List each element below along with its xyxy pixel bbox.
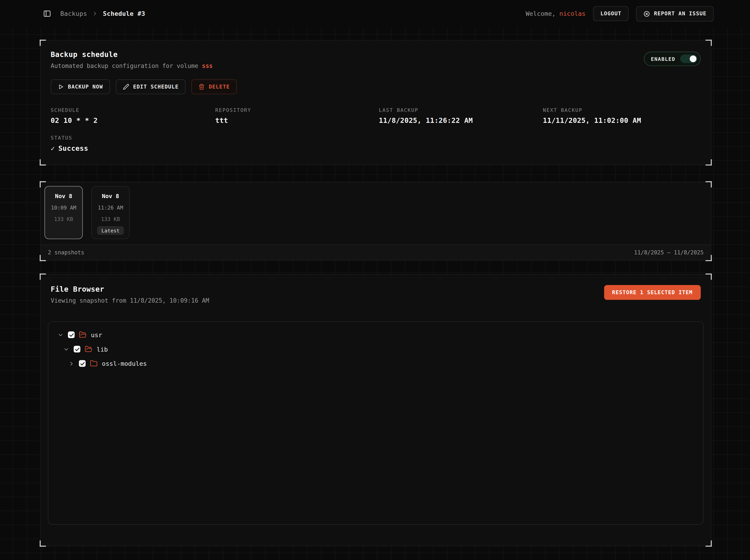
toggle-switch-on[interactable] (680, 55, 697, 63)
snapshot-tile-selected[interactable]: Nov 8 10:09 AM 133 KB (44, 186, 83, 239)
field-repository: REPOSITORY ttt (215, 107, 379, 124)
corner-bracket (706, 40, 712, 46)
snapshot-size: 133 KB (101, 216, 120, 222)
snapshot-date: Nov 8 (55, 193, 72, 199)
welcome-prefix: Welcome, (526, 10, 556, 17)
tree-item-label: ossl-modules (102, 360, 147, 367)
field-value: 11/8/2025, 11:26:22 AM (379, 117, 543, 124)
tree-row-ossl-modules[interactable]: ossl-modules (53, 356, 698, 371)
play-icon (58, 84, 64, 90)
snapshot-tile[interactable]: Nov 8 11:26 AM 133 KB Latest (91, 186, 130, 239)
latest-badge: Latest (97, 226, 124, 235)
report-issue-icon (644, 10, 650, 17)
panel-left-icon (43, 9, 51, 18)
field-schedule: SCHEDULE 02 10 * * 2 (51, 107, 215, 124)
schedule-actions: BACKUP NOW EDIT SCHEDULE DELETE (51, 79, 701, 94)
file-tree: usr lib (48, 321, 704, 525)
schedule-fields: SCHEDULE 02 10 * * 2 REPOSITORY ttt LAST… (51, 107, 701, 124)
logout-label: LOGOUT (600, 11, 621, 17)
tree-item-label: usr (91, 331, 102, 338)
checkbox-checked[interactable] (79, 360, 85, 367)
folder-open-icon (85, 345, 92, 353)
corner-bracket (40, 274, 46, 280)
corner-bracket (706, 540, 712, 546)
file-browser-title: File Browser (51, 285, 209, 294)
delete-button[interactable]: DELETE (192, 79, 237, 94)
snapshot-date-range: 11/8/2025 – 11/8/2025 (634, 249, 704, 256)
report-issue-button[interactable]: REPORT AN ISSUE (636, 6, 714, 21)
schedule-card-subtitle: Automated backup configuration for volum… (51, 62, 213, 69)
chevron-right-icon (92, 11, 98, 17)
logout-button[interactable]: LOGOUT (593, 6, 629, 21)
page: Backups Schedule #3 Welcome, nicolas LOG… (0, 0, 750, 560)
success-check-icon: ✓ (51, 144, 55, 152)
snapshot-count: 2 snapshots (48, 249, 84, 256)
field-value: 11/11/2025, 11:02:00 AM (543, 117, 701, 124)
field-label: STATUS (51, 135, 701, 141)
checkbox-checked[interactable] (74, 346, 80, 353)
backup-schedule-card: Backup schedule Automated backup configu… (40, 40, 711, 165)
backup-now-button[interactable]: BACKUP NOW (51, 79, 110, 94)
snapshot-time: 11:26 AM (98, 205, 123, 211)
restore-button[interactable]: RESTORE 1 SELECTED ITEM (604, 285, 701, 300)
breadcrumb-current-page: Schedule #3 (103, 10, 145, 17)
edit-schedule-label: EDIT SCHEDULE (133, 84, 179, 90)
file-browser-subtitle: Viewing snapshot from 11/8/2025, 10:09:1… (51, 297, 209, 304)
restore-label: RESTORE 1 SELECTED ITEM (612, 289, 693, 296)
folder-icon (90, 360, 97, 367)
schedule-card-title: Backup schedule (51, 50, 213, 59)
welcome-text: Welcome, nicolas (526, 10, 586, 17)
corner-bracket (706, 274, 712, 280)
chevron-down-icon[interactable] (63, 346, 69, 352)
report-issue-label: REPORT AN ISSUE (654, 11, 707, 17)
status-text: Success (58, 144, 88, 152)
breadcrumb: Backups Schedule #3 (60, 10, 145, 17)
delete-label: DELETE (209, 84, 230, 90)
file-browser-card: File Browser Viewing snapshot from 11/8/… (40, 274, 711, 546)
field-label: LAST BACKUP (379, 107, 543, 113)
field-label: REPOSITORY (215, 107, 379, 113)
field-label: SCHEDULE (51, 107, 215, 113)
tree-row-lib[interactable]: lib (53, 342, 698, 356)
snapshots-card: Nov 8 10:09 AM 133 KB Nov 8 11:26 AM 133… (40, 182, 711, 261)
status-value: ✓Success (51, 144, 701, 152)
field-value: 02 10 * * 2 (51, 117, 215, 124)
snapshot-time: 10:09 AM (51, 205, 76, 211)
top-bar: Backups Schedule #3 Welcome, nicolas LOG… (0, 0, 750, 27)
corner-bracket (706, 159, 712, 165)
field-value: ttt (215, 117, 379, 124)
field-next-backup: NEXT BACKUP 11/11/2025, 11:02:00 AM (543, 107, 701, 124)
toggle-knob (690, 56, 696, 62)
volume-name: sss (202, 62, 213, 69)
snapshot-footer: 2 snapshots 11/8/2025 – 11/8/2025 (41, 244, 711, 260)
sidebar-toggle-button[interactable] (43, 9, 51, 18)
enabled-label: ENABLED (651, 56, 675, 62)
pencil-icon (123, 84, 129, 90)
edit-schedule-button[interactable]: EDIT SCHEDULE (116, 79, 186, 94)
corner-bracket (40, 159, 46, 165)
main-content: Backup schedule Automated backup configu… (0, 27, 750, 560)
subtitle-prefix: Automated backup configuration for volum… (51, 62, 202, 69)
trash-icon (199, 84, 205, 90)
backup-now-label: BACKUP NOW (68, 84, 103, 90)
checkbox-checked[interactable] (68, 332, 75, 338)
field-last-backup: LAST BACKUP 11/8/2025, 11:26:22 AM (379, 107, 543, 124)
tree-row-usr[interactable]: usr (53, 327, 698, 342)
field-status: STATUS ✓Success (51, 135, 701, 152)
username: nicolas (559, 10, 586, 17)
breadcrumb-backups[interactable]: Backups (60, 10, 87, 17)
snapshot-date: Nov 8 (102, 193, 119, 199)
snapshot-list: Nov 8 10:09 AM 133 KB Nov 8 11:26 AM 133… (44, 186, 707, 239)
field-label: NEXT BACKUP (543, 107, 701, 113)
corner-bracket (40, 40, 46, 46)
folder-open-icon (79, 331, 86, 339)
chevron-right-icon[interactable] (68, 360, 75, 366)
tree-item-label: lib (97, 345, 108, 353)
snapshot-size: 133 KB (54, 216, 73, 222)
chevron-down-icon[interactable] (57, 332, 64, 338)
corner-bracket (40, 540, 46, 546)
enabled-toggle[interactable]: ENABLED (644, 52, 700, 66)
